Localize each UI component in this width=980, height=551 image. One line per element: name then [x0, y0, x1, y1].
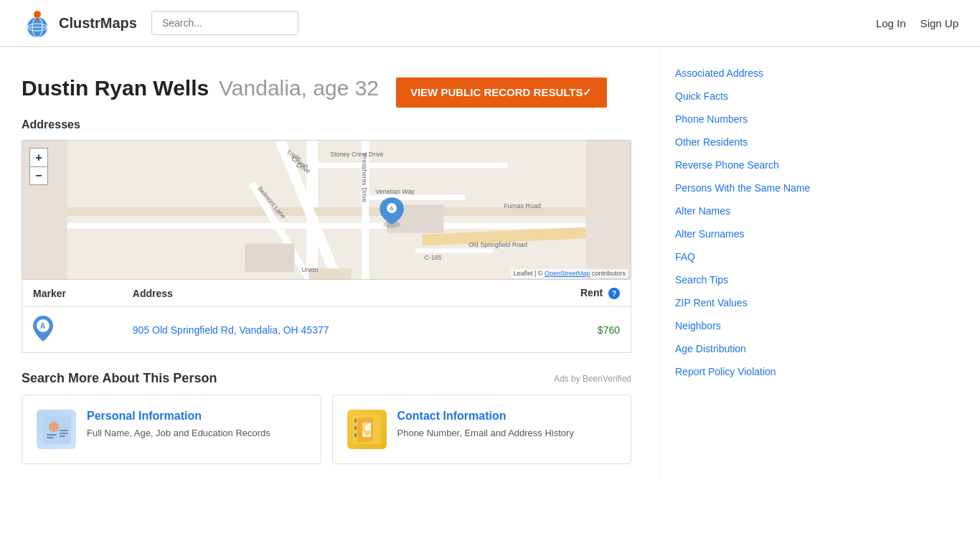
- rent-col-header: Rent ?: [519, 280, 631, 307]
- address-link[interactable]: 905 Old Springfield Rd, Vandalia, OH 453…: [133, 324, 329, 336]
- person-meta: Vandalia, age 32: [219, 76, 379, 100]
- marker-col-header: Marker: [22, 280, 122, 307]
- personal-info-title: Personal Information: [87, 410, 270, 423]
- sidebar-link-associated-address[interactable]: Associated Address: [675, 67, 763, 79]
- sidebar-link-search-tips[interactable]: Search Tips: [675, 274, 728, 286]
- svg-rect-41: [60, 435, 65, 437]
- search-more-title: Search More About This Person: [22, 371, 217, 386]
- contact-info-desc: Phone Number, Email and Address History: [397, 427, 574, 440]
- marker-icon: A: [33, 316, 53, 342]
- sidebar-item-zip-rent: ZIP Rent Values: [675, 291, 861, 314]
- svg-rect-45: [354, 433, 357, 437]
- sidebar-link-alter-names[interactable]: Alter Names: [675, 205, 730, 217]
- map-svg: Stoney Crest Drive Furnas Road Triple Cr…: [22, 141, 631, 279]
- osm-link[interactable]: OpenStreetMap: [545, 270, 590, 277]
- svg-rect-43: [354, 419, 357, 423]
- sidebar-link-persons-same-name[interactable]: Persons With the Same Name: [675, 182, 810, 194]
- login-link[interactable]: Log In: [876, 17, 906, 29]
- svg-text:C-165: C-165: [425, 255, 442, 262]
- personal-info-icon: [37, 410, 76, 449]
- logo-text: ClustrMaps: [59, 15, 137, 32]
- sidebar-link-zip-rent[interactable]: ZIP Rent Values: [675, 297, 748, 309]
- sidebar-item-report-policy: Report Policy Violation: [675, 360, 861, 383]
- sidebar-item-neighbors: Neighbors: [675, 314, 861, 337]
- svg-text:Furnas Road: Furnas Road: [504, 202, 540, 209]
- sidebar-link-other-residents[interactable]: Other Residents: [675, 136, 748, 148]
- main-content: Dustin Ryan Wells Vandalia, age 32 VIEW …: [22, 47, 646, 479]
- svg-rect-37: [47, 434, 57, 435]
- sidebar-link-neighbors[interactable]: Neighbors: [675, 320, 721, 331]
- sidebar-link-faq[interactable]: FAQ: [675, 251, 695, 263]
- sidebar-link-phone-numbers[interactable]: Phone Numbers: [675, 113, 748, 125]
- personal-info-content: Personal Information Full Name, Age, Job…: [87, 410, 270, 440]
- svg-point-36: [49, 422, 59, 432]
- personal-info-card[interactable]: Personal Information Full Name, Age, Job…: [22, 395, 321, 464]
- sidebar-item-phone-numbers: Phone Numbers: [675, 108, 861, 131]
- person-icon: [42, 415, 71, 444]
- search-more-header: Search More About This Person Ads by Bee…: [22, 371, 631, 386]
- sidebar-link-age-distribution[interactable]: Age Distribution: [675, 343, 746, 354]
- address-cell: 905 Old Springfield Rd, Vandalia, OH 453…: [122, 307, 519, 353]
- zoom-in-button[interactable]: +: [29, 148, 48, 166]
- svg-rect-39: [60, 430, 68, 431]
- sidebar-item-alter-surnames: Alter Surnames: [675, 222, 861, 245]
- addresses-section: Addresses + −: [22, 118, 631, 353]
- view-record-button[interactable]: VIEW PUBLIC RECORD RESULTS✓: [396, 77, 607, 108]
- addresses-section-title: Addresses: [22, 118, 631, 131]
- sidebar-item-reverse-phone: Reverse Phone Search: [675, 154, 861, 176]
- svg-rect-17: [245, 244, 294, 273]
- address-col-header: Address: [122, 280, 519, 307]
- table-row: A 905 Old Springfield Rd, Vandalia, OH 4…: [22, 307, 631, 353]
- sidebar: Associated Address Quick Facts Phone Num…: [660, 47, 861, 479]
- address-table: Marker Address Rent ?: [22, 280, 631, 353]
- svg-text:Stoney Crest Drive: Stoney Crest Drive: [330, 151, 384, 158]
- header-nav: Log In Sign Up: [876, 17, 958, 29]
- map-container: + −: [22, 140, 631, 280]
- sidebar-link-quick-facts[interactable]: Quick Facts: [675, 90, 728, 102]
- rent-help-icon[interactable]: ?: [608, 288, 620, 299]
- svg-text:Union: Union: [301, 266, 318, 273]
- svg-text:A: A: [40, 322, 45, 330]
- signup-link[interactable]: Sign Up: [920, 17, 958, 29]
- svg-text:Pressheres Drive: Pressheres Drive: [361, 154, 368, 202]
- page-title-area: Dustin Ryan Wells Vandalia, age 32 VIEW …: [22, 62, 631, 118]
- sidebar-item-age-distribution: Age Distribution: [675, 337, 861, 360]
- map-attribution: Leaflet | © OpenStreetMap contributors: [511, 269, 628, 278]
- svg-rect-38: [47, 437, 54, 438]
- ads-label: Ads by BeenVerified: [554, 374, 631, 384]
- phone-icon: [352, 415, 381, 444]
- sidebar-item-quick-facts: Quick Facts: [675, 85, 861, 108]
- svg-text:A: A: [390, 205, 394, 212]
- zoom-out-button[interactable]: −: [29, 166, 48, 185]
- sidebar-item-other-residents: Other Residents: [675, 131, 861, 154]
- svg-rect-44: [354, 426, 357, 430]
- rent-value: $760: [598, 324, 620, 336]
- svg-line-14: [423, 233, 586, 240]
- page-container: Dustin Ryan Wells Vandalia, age 32 VIEW …: [0, 47, 980, 479]
- contact-info-card[interactable]: Contact Information Phone Number, Email …: [332, 395, 632, 464]
- map-zoom-controls: + −: [29, 148, 48, 185]
- site-header: ClustrMaps Log In Sign Up: [0, 0, 980, 47]
- contact-info-icon: [347, 410, 387, 449]
- search-input[interactable]: [151, 11, 298, 35]
- logo-globe-icon: [22, 7, 53, 39]
- svg-text:Old Springfield Road: Old Springfield Road: [468, 242, 527, 249]
- sidebar-item-search-tips: Search Tips: [675, 268, 861, 291]
- cards-row: Personal Information Full Name, Age, Job…: [22, 395, 631, 464]
- sidebar-item-associated-address: Associated Address: [675, 62, 861, 85]
- sidebar-item-faq: FAQ: [675, 245, 861, 268]
- contact-info-content: Contact Information Phone Number, Email …: [397, 410, 574, 440]
- sidebar-link-report-policy[interactable]: Report Policy Violation: [675, 366, 776, 377]
- sidebar-link-alter-surnames[interactable]: Alter Surnames: [675, 228, 744, 240]
- person-name: Dustin Ryan Wells: [22, 76, 209, 100]
- svg-text:Venetian Way: Venetian Way: [375, 189, 415, 196]
- contact-info-title: Contact Information: [397, 410, 574, 423]
- marker-cell: A: [22, 307, 122, 353]
- logo-link[interactable]: ClustrMaps: [22, 7, 137, 39]
- sidebar-link-reverse-phone[interactable]: Reverse Phone Search: [675, 159, 779, 171]
- sidebar-item-persons-same-name: Persons With the Same Name: [675, 176, 861, 199]
- sidebar-item-alter-names: Alter Names: [675, 199, 861, 222]
- svg-rect-40: [60, 433, 68, 434]
- svg-point-4: [34, 11, 41, 18]
- personal-info-desc: Full Name, Age, Job and Education Record…: [87, 427, 270, 440]
